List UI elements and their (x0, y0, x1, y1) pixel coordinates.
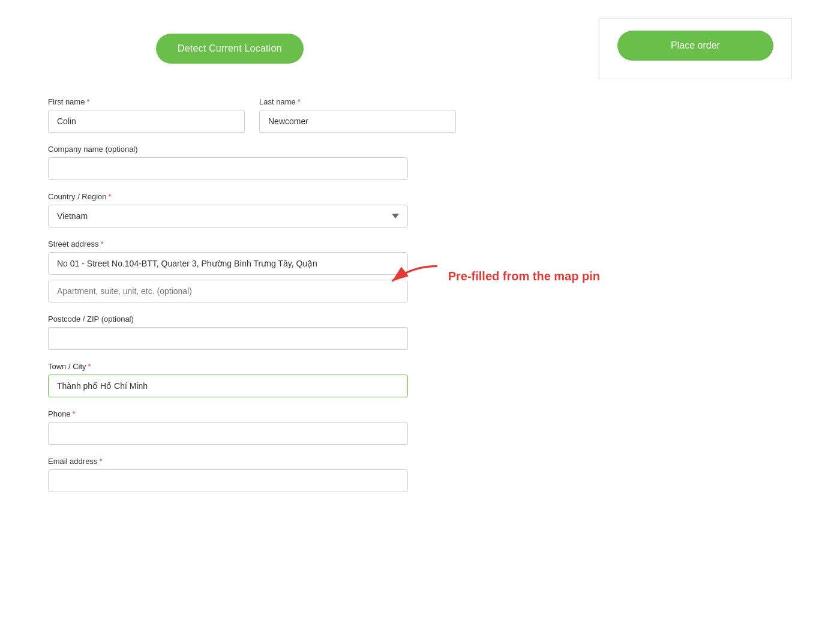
last-name-group: Last name* (259, 97, 456, 133)
company-name-input[interactable] (48, 157, 408, 180)
company-name-label: Company name (optional) (48, 145, 408, 154)
phone-input[interactable] (48, 422, 408, 445)
required-star: * (86, 97, 89, 106)
required-star-6: * (73, 409, 76, 418)
main-layout: First name* Last name* Company name (opt… (0, 97, 840, 504)
form-area: First name* Last name* Company name (opt… (48, 97, 456, 504)
country-group: Country / Region* Vietnam (48, 192, 408, 227)
detect-location-button[interactable]: Detect Current Location (156, 34, 304, 64)
email-label: Email address* (48, 457, 408, 466)
postcode-label: Postcode / ZIP (optional) (48, 314, 408, 324)
last-name-input[interactable] (259, 110, 456, 133)
required-star-4: * (101, 239, 104, 248)
last-name-label: Last name* (259, 97, 456, 106)
phone-label: Phone* (48, 409, 408, 418)
place-order-button[interactable]: Place order (617, 31, 773, 61)
email-input[interactable] (48, 469, 408, 492)
country-label: Country / Region* (48, 192, 408, 201)
name-row: First name* Last name* (48, 97, 456, 133)
postcode-input[interactable] (48, 327, 408, 350)
required-star-7: * (99, 457, 102, 466)
country-select[interactable]: Vietnam (48, 205, 408, 227)
company-name-group: Company name (optional) (48, 145, 408, 180)
first-name-group: First name* (48, 97, 245, 133)
first-name-input[interactable] (48, 110, 245, 133)
top-bar: Detect Current Location Place order (0, 12, 840, 97)
address-field-wrapper: Pre-filled from the map pin (48, 252, 408, 275)
postcode-group: Postcode / ZIP (optional) (48, 314, 408, 350)
street-address-group: Street address* (48, 239, 408, 302)
town-input[interactable] (48, 375, 408, 397)
required-star-3: * (109, 192, 112, 201)
order-panel: Place order (599, 18, 792, 79)
required-star-5: * (88, 362, 91, 371)
street-address-label: Street address* (48, 239, 408, 248)
street-address-input[interactable] (48, 252, 408, 275)
map-pin-annotation: Pre-filled from the map pin (382, 258, 600, 294)
apartment-input[interactable] (48, 280, 408, 302)
town-label: Town / City* (48, 362, 408, 371)
town-group: Town / City* (48, 362, 408, 397)
annotation-text: Pre-filled from the map pin (448, 269, 600, 283)
page-wrapper: Detect Current Location Place order Firs… (0, 0, 840, 632)
phone-group: Phone* (48, 409, 408, 445)
first-name-label: First name* (48, 97, 245, 106)
required-star-2: * (298, 97, 301, 106)
email-group: Email address* (48, 457, 408, 492)
arrow-icon (382, 258, 442, 294)
